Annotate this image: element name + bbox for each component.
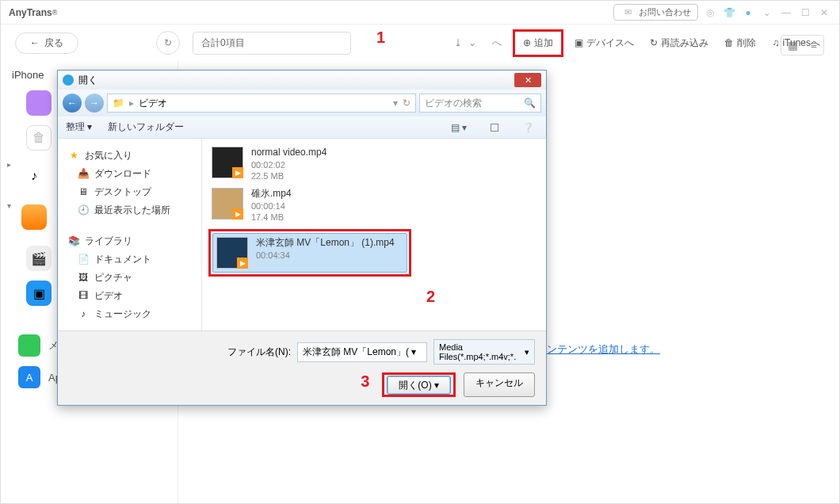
send-button[interactable]: へ	[487, 33, 506, 53]
organize-menu[interactable]: 整理 ▾	[66, 120, 92, 134]
globe-icon[interactable]: ◎	[703, 7, 717, 18]
summary-text: 合計0項目	[201, 37, 245, 48]
device-button[interactable]: ▣ デバイスへ	[570, 33, 639, 53]
summary-field[interactable]: 合計0項目	[193, 32, 351, 55]
delete-button[interactable]: 🗑 削除	[720, 33, 761, 53]
envelope-icon: ✉	[620, 7, 635, 17]
preview-pane-button[interactable]	[487, 121, 502, 134]
chevron-down-icon[interactable]: ⌄	[760, 7, 774, 18]
arrow-left-icon: ←	[30, 37, 40, 48]
reload-button[interactable]: ↻ 再読み込み	[645, 33, 713, 53]
sidebar-chip-blue[interactable]: ▣	[26, 281, 52, 306]
file-highlight: ▶ 米津玄師 MV「Lemon」 (1).mp4 00:04:34	[208, 229, 411, 277]
file-item[interactable]: ▶ normal video.mp4 00:02:02 22.5 MB	[208, 143, 540, 185]
help-button[interactable]: ❔	[518, 120, 538, 136]
itunes-icon: ♫	[772, 37, 779, 48]
sidebar-chip-1[interactable]	[26, 90, 52, 116]
play-overlay-icon: ▶	[232, 208, 243, 220]
desktop-icon: 🖥	[77, 186, 90, 199]
dialog-search-input[interactable]: ビデオの検索 🔍	[419, 94, 541, 113]
file-item[interactable]: ▶ 碓氷.mp4 00:00:14 17.4 MB	[208, 185, 540, 226]
library-icon: 📚	[67, 235, 80, 248]
app-name: AnyTrans	[9, 7, 52, 18]
music-icon: ♪	[77, 308, 90, 321]
titlebar: AnyTrans ® ✉ お問い合わせ ◎ 👕 ● ⌄ — ☐ ✕	[1, 1, 839, 25]
path-dropdown-icon[interactable]: ▾	[393, 97, 398, 109]
download-folder-icon: 📥	[77, 168, 90, 181]
user-icon[interactable]: ●	[741, 7, 755, 18]
filetype-select[interactable]: Media Files(*.mp4;*.m4v;*.▾	[433, 339, 535, 365]
filename-input[interactable]: 米津玄師 MV「Lemon」( ▾	[297, 342, 427, 362]
sidebar-chip-trash[interactable]: 🗑	[26, 125, 52, 151]
contact-label: お問い合わせ	[639, 6, 691, 18]
refresh-circle-button[interactable]: ↻	[156, 31, 180, 55]
file-duration: 00:04:34	[256, 250, 395, 261]
add-label: 追加	[534, 36, 553, 50]
file-name: normal video.mp4	[251, 147, 326, 159]
cancel-button[interactable]: キャンセル	[464, 372, 535, 397]
sidebar-chip-calendar[interactable]	[21, 204, 47, 230]
add-content-link[interactable]: ンテンツを追加します。	[547, 342, 660, 357]
dialog-close-button[interactable]: ✕	[514, 73, 541, 87]
search-icon: 🔍	[524, 97, 536, 109]
tree-favorites[interactable]: ★お気に入り	[63, 147, 197, 165]
play-overlay-icon: ▶	[232, 167, 243, 178]
file-size: 22.5 MB	[251, 170, 326, 181]
nav-back-button[interactable]: ←	[63, 94, 82, 113]
add-button[interactable]: ⊕ 追加	[518, 33, 558, 53]
tree-videos[interactable]: 🎞ビデオ	[63, 287, 197, 305]
shirt-icon[interactable]: 👕	[722, 7, 736, 18]
grid-view-icon[interactable]: ▦	[781, 36, 804, 55]
annotation-2: 2	[426, 288, 435, 306]
path-breadcrumb[interactable]: 📁 ▸ ビデオ ▾ ↻	[107, 94, 416, 113]
sidebar-chip-music[interactable]: ♪	[21, 163, 47, 189]
back-button[interactable]: ← 戻る	[15, 32, 78, 54]
tree-documents[interactable]: 📄ドキュメント	[63, 250, 197, 269]
dialog-nav: ← → 📁 ▸ ビデオ ▾ ↻ ビデオの検索 🔍	[58, 90, 546, 116]
tree-recent[interactable]: 🕘最近表示した場所	[63, 201, 197, 220]
open-button[interactable]: 開く(O) ▾	[387, 376, 451, 395]
file-duration: 00:00:14	[251, 200, 292, 212]
new-folder-button[interactable]: 新しいフォルダー	[108, 120, 184, 134]
minimize-icon[interactable]: —	[779, 7, 793, 18]
file-name: 碓氷.mp4	[251, 188, 292, 200]
recent-icon: 🕘	[77, 204, 90, 217]
file-item-selected[interactable]: ▶ 米津玄師 MV「Lemon」 (1).mp4 00:04:34	[212, 233, 407, 273]
tree-pictures[interactable]: 🖼ピクチャ	[63, 269, 197, 287]
tree-desktop[interactable]: 🖥デスクトップ	[63, 183, 197, 201]
list-view-icon[interactable]: ≡	[804, 36, 823, 55]
video-thumbnail: ▶	[212, 147, 243, 178]
video-thumbnail: ▶	[212, 188, 243, 220]
maximize-icon[interactable]: ☐	[798, 7, 812, 18]
device-label: デバイスへ	[586, 36, 634, 50]
path-refresh-icon[interactable]: ↻	[403, 97, 410, 109]
messages-icon	[18, 334, 40, 357]
dialog-file-list: ▶ normal video.mp4 00:02:02 22.5 MB ▶ 碓氷…	[202, 139, 546, 330]
trash-icon: 🗑	[724, 37, 734, 48]
annotation-3: 3	[361, 372, 369, 397]
dialog-tree: ★お気に入り 📥ダウンロード 🖥デスクトップ 🕘最近表示した場所 📚ライブラリ …	[58, 139, 202, 330]
dialog-titlebar: 開く ✕	[58, 71, 546, 90]
folder-icon: 📁	[113, 97, 124, 109]
tree-music[interactable]: ♪ミュージック	[63, 305, 197, 323]
contact-button[interactable]: ✉ お問い合わせ	[613, 4, 698, 21]
export-button[interactable]: ⤓⌄	[449, 34, 481, 52]
sidebar-chip-movie[interactable]: 🎬	[26, 246, 52, 271]
file-duration: 00:02:02	[251, 159, 326, 170]
play-overlay-icon: ▶	[237, 258, 248, 269]
tree-downloads[interactable]: 📥ダウンロード	[63, 165, 197, 183]
tree-library[interactable]: 📚ライブラリ	[63, 232, 197, 250]
path-segment[interactable]: ビデオ	[139, 97, 167, 110]
nav-forward-button[interactable]: →	[85, 94, 104, 113]
caret-down-icon[interactable]: ▾	[7, 201, 11, 210]
caret-right-icon[interactable]: ▸	[7, 160, 11, 169]
view-mode-button[interactable]: ▤ ▾	[447, 120, 471, 136]
dialog-footer: ファイル名(N): 米津玄師 MV「Lemon」( ▾ Media Files(…	[58, 330, 546, 405]
view-switch[interactable]: ▦ ≡	[781, 35, 824, 55]
close-icon[interactable]: ✕	[817, 7, 831, 18]
star-icon: ★	[67, 150, 80, 162]
add-highlight: ⊕ 追加	[513, 29, 563, 57]
file-open-dialog: 開く ✕ ← → 📁 ▸ ビデオ ▾ ↻ ビデオの検索 🔍 整理 ▾ 新しいフォ…	[57, 70, 547, 406]
device-icon: ▣	[575, 37, 583, 48]
open-highlight: 開く(O) ▾	[382, 372, 456, 397]
